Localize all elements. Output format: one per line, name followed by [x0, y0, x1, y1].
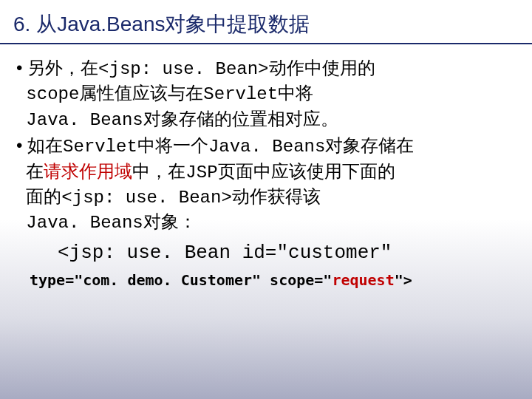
bullet-item: • 如在Servlet中将一个Java. Beans对象存储在 在请求作用域中，…	[16, 134, 516, 236]
text: 对象存储的位置相对应。	[143, 109, 338, 129]
code-line: <jsp: use. Bean id="customer"	[16, 240, 516, 266]
text: 页面中应该使用下面的	[218, 161, 395, 181]
code-text: Java. Beans	[26, 213, 143, 233]
code-text: Java. Beans	[208, 137, 325, 157]
code-text: scope	[26, 84, 79, 104]
text: 中将一个	[137, 135, 208, 155]
slide-title: 6. 从Java.Beans对象中提取数据	[0, 0, 532, 44]
code-text: <jsp: use. Bean>	[98, 59, 268, 79]
bullet-mark: •	[16, 134, 27, 157]
text: 对象存储在	[325, 135, 414, 155]
slide-body: • 另外，在<jsp: use. Bean>动作中使用的 scope属性值应该与…	[0, 53, 532, 290]
code-text: ">	[395, 271, 412, 289]
text: 在	[26, 161, 44, 181]
text: 另外，在	[27, 58, 98, 78]
code-line: type="com. demo. Customer" scope="reques…	[16, 270, 516, 290]
text: 动作获得该	[232, 186, 321, 206]
bullet-mark: •	[16, 56, 27, 80]
text: 中将	[278, 83, 313, 103]
code-text: Servlet	[63, 137, 137, 157]
text: 属性值应该与在	[79, 83, 203, 103]
code-text: Servlet	[203, 84, 278, 104]
code-text: Java. Beans	[26, 110, 143, 130]
bullet-item: • 另外，在<jsp: use. Bean>动作中使用的 scope属性值应该与…	[16, 56, 516, 132]
text: 动作中使用的	[269, 58, 375, 78]
text: 中，在	[132, 161, 185, 181]
text: 对象：	[143, 211, 197, 231]
code-text: type="com. demo. Customer" scope="	[30, 271, 332, 289]
code-text: <jsp: use. Bean>	[61, 188, 231, 208]
code-text: JSP	[185, 163, 217, 183]
text: 面的	[26, 186, 61, 206]
highlight-text: 请求作用域	[44, 161, 132, 181]
text: 如在	[27, 135, 63, 155]
code-highlight: request	[332, 271, 394, 289]
